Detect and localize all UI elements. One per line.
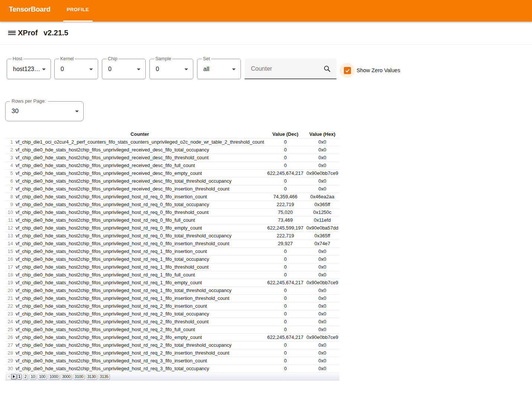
pager-page-button-3100[interactable]: 3100	[73, 374, 84, 379]
select-field-sample[interactable]: Sample0	[149, 59, 193, 79]
pager-page-button-2[interactable]: 2	[23, 374, 28, 379]
pager-next-button[interactable]	[11, 374, 17, 379]
version-label: v2.21.5	[43, 28, 68, 37]
counter-name: vf_chip_die0_hde_stats_host2chip_fifos_u…	[14, 240, 265, 247]
table-row[interactable]: 23vf_chip_die0_hde_stats_host2chip_fifos…	[5, 310, 339, 318]
table-row[interactable]: 24vf_chip_die0_hde_stats_host2chip_fifos…	[5, 318, 339, 326]
table-row[interactable]: 25vf_chip_die0_hde_stats_host2chip_fifos…	[5, 326, 339, 333]
value-dec: 73,469	[265, 216, 305, 224]
table-row[interactable]: 17vf_chip_die0_hde_stats_host2chip_fifos…	[5, 263, 339, 271]
select-value: all	[203, 66, 209, 73]
value-dec: 0	[265, 138, 305, 146]
row-number: 22	[5, 302, 14, 310]
show-zero-values-checkbox[interactable]	[344, 67, 351, 74]
row-number: 15	[5, 247, 14, 255]
select-value: 0	[61, 66, 64, 73]
counter-name: vf_chip_die1_oci_o2cur4_2_perf_counters_…	[14, 138, 265, 146]
value-hex: 0x0	[305, 177, 339, 185]
value-hex: 0x90e0bb7ce9	[305, 333, 339, 341]
value-hex: 0x0	[305, 271, 339, 279]
value-dec: 0	[265, 310, 305, 318]
table-row[interactable]: 26vf_chip_die0_hde_stats_host2chip_fifos…	[5, 333, 339, 341]
value-dec: 222,719	[265, 232, 305, 240]
table-row[interactable]: 6vf_chip_die0_hde_stats_host2chip_fifos_…	[5, 177, 339, 185]
counter-name: vf_chip_die0_hde_stats_host2chip_fifos_u…	[14, 302, 265, 310]
value-dec: 74,359,466	[265, 193, 305, 201]
table-row[interactable]: 13vf_chip_die0_hde_stats_host2chip_fifos…	[5, 232, 339, 240]
row-number: 18	[5, 271, 14, 279]
value-hex: 0x0	[305, 294, 339, 302]
table-row[interactable]: 9vf_chip_die0_hde_stats_host2chip_fifos_…	[5, 201, 339, 208]
table-row[interactable]: 3vf_chip_die0_hde_stats_host2chip_fifos_…	[5, 154, 339, 161]
table-row[interactable]: 22vf_chip_die0_hde_stats_host2chip_fifos…	[5, 302, 339, 310]
counter-name: vf_chip_die0_hde_stats_host2chip_fifos_u…	[14, 349, 265, 357]
table-row[interactable]: 29vf_chip_die0_hde_stats_host2chip_fifos…	[5, 357, 339, 365]
value-dec: 622,245,674,217	[265, 279, 305, 286]
pager-prev-button[interactable]	[6, 374, 11, 379]
value-hex: 0x1250c	[305, 208, 339, 216]
select-field-chip[interactable]: Chip0	[102, 59, 146, 79]
top-toolbar: TensorBoard PROFILE	[0, 0, 532, 22]
show-zero-values-label: Show Zero Values	[357, 67, 400, 73]
pager-page-button-1000[interactable]: 1000	[48, 374, 59, 379]
value-hex: 0x11efd	[305, 216, 339, 224]
tab-profile-label: PROFILE	[63, 7, 93, 12]
table-row[interactable]: 20vf_chip_die0_hde_stats_host2chip_fifos…	[5, 286, 339, 294]
table-row[interactable]: 8vf_chip_die0_hde_stats_host2chip_fifos_…	[5, 193, 339, 201]
table-row[interactable]: 18vf_chip_die0_hde_stats_host2chip_fifos…	[5, 271, 339, 279]
select-field-kernel[interactable]: Kernel0	[54, 59, 98, 79]
table-row[interactable]: 27vf_chip_die0_hde_stats_host2chip_fifos…	[5, 341, 339, 349]
table-row[interactable]: 21vf_chip_die0_hde_stats_host2chip_fifos…	[5, 294, 339, 302]
pager-page-button-1[interactable]: 1	[17, 374, 22, 379]
row-number: 28	[5, 349, 14, 357]
table-row[interactable]: 10vf_chip_die0_hde_stats_host2chip_fifos…	[5, 208, 339, 216]
dropdown-arrow-icon	[75, 110, 79, 112]
pager-page-button-10[interactable]: 10	[29, 374, 36, 379]
app-title: TensorBoard	[9, 5, 51, 13]
value-hex: 0x0	[305, 138, 339, 146]
counter-name: vf_chip_die0_hde_stats_host2chip_fifos_u…	[14, 216, 265, 224]
table-row[interactable]: 19vf_chip_die0_hde_stats_host2chip_fifos…	[5, 279, 339, 286]
table-row[interactable]: 16vf_chip_die0_hde_stats_host2chip_fifos…	[5, 255, 339, 263]
select-label: Set	[202, 57, 211, 61]
table-row[interactable]: 15vf_chip_die0_hde_stats_host2chip_fifos…	[5, 247, 339, 255]
value-dec: 0	[265, 357, 305, 365]
table-header-row: Counter Value (Dec) Value (Hex)	[5, 130, 339, 138]
row-number: 29	[5, 357, 14, 365]
value-hex: 0x0	[305, 318, 339, 326]
tab-profile[interactable]: PROFILE	[63, 0, 93, 22]
select-label: Chip	[107, 57, 119, 61]
counter-name: vf_chip_die0_hde_stats_host2chip_fifos_u…	[14, 365, 265, 372]
value-hex: 0x74e7	[305, 240, 339, 247]
value-dec: 0	[265, 255, 305, 263]
counter-name: vf_chip_die0_hde_stats_host2chip_fifos_u…	[14, 310, 265, 318]
pager-page-button-3135[interactable]: 3135	[99, 374, 110, 379]
pager-page-button-100[interactable]: 100	[38, 374, 46, 379]
table-row[interactable]: 28vf_chip_die0_hde_stats_host2chip_fifos…	[5, 349, 339, 357]
rows-per-page-select[interactable]: Rows per Page: 30	[5, 101, 84, 121]
dropdown-arrow-icon	[89, 68, 93, 70]
menu-icon[interactable]	[8, 31, 16, 35]
row-number: 10	[5, 208, 14, 216]
table-row[interactable]: 7vf_chip_die0_hde_stats_host2chip_fifos_…	[5, 185, 339, 193]
select-field-set[interactable]: Setall	[197, 59, 241, 79]
counter-search-field[interactable]: Counter	[245, 59, 336, 79]
table-row[interactable]: 5vf_chip_die0_hde_stats_host2chip_fifos_…	[5, 169, 339, 177]
rows-per-page-label: Rows per Page:	[10, 99, 48, 104]
pager-page-button-3130[interactable]: 3130	[86, 374, 97, 379]
row-number: 25	[5, 326, 14, 333]
counter-name: vf_chip_die0_hde_stats_host2chip_fifos_u…	[14, 224, 265, 232]
table-row[interactable]: 4vf_chip_die0_hde_stats_host2chip_fifos_…	[5, 161, 339, 169]
table-row[interactable]: 1vf_chip_die1_oci_o2cur4_2_perf_counters…	[5, 138, 339, 146]
counter-name: vf_chip_die0_hde_stats_host2chip_fifos_u…	[14, 154, 265, 161]
dropdown-arrow-icon	[232, 68, 236, 70]
table-row[interactable]: 30vf_chip_die0_hde_stats_host2chip_fifos…	[5, 365, 339, 372]
row-number: 3	[5, 154, 14, 161]
header-value-dec: Value (Dec)	[265, 130, 305, 138]
table-row[interactable]: 12vf_chip_die0_hde_stats_host2chip_fifos…	[5, 224, 339, 232]
pager-page-button-3000[interactable]: 3000	[61, 374, 72, 379]
table-row[interactable]: 11vf_chip_die0_hde_stats_host2chip_fifos…	[5, 216, 339, 224]
table-row[interactable]: 2vf_chip_die0_hde_stats_host2chip_fifos_…	[5, 146, 339, 154]
table-row[interactable]: 14vf_chip_die0_hde_stats_host2chip_fifos…	[5, 240, 339, 247]
select-field-host[interactable]: Hosthost123…	[7, 59, 51, 79]
